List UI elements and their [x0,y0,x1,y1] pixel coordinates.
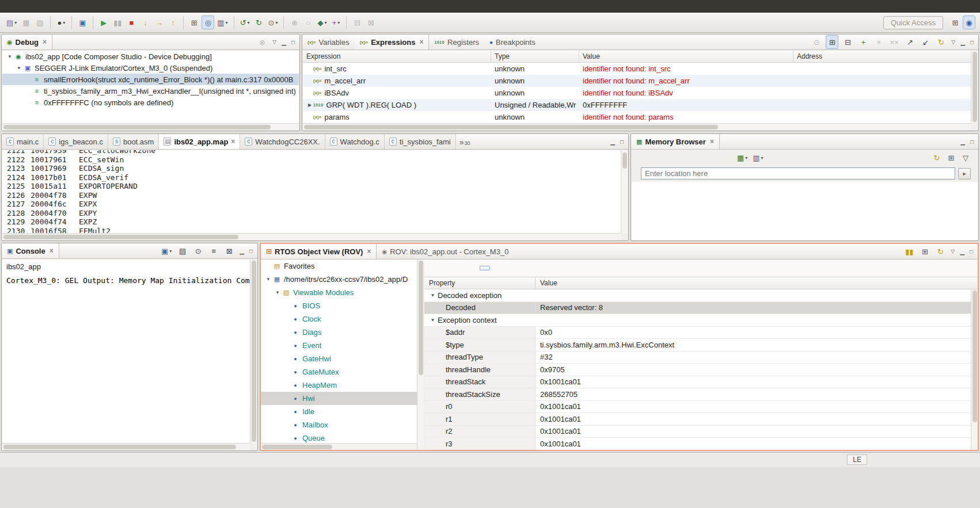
tree-item[interactable]: ▼◉ibs02_app [Code Composer Studio - Devi… [2,51,299,62]
maximize-icon[interactable]: □ [969,138,975,146]
scrollbar-thumb[interactable] [262,445,332,449]
step-return-icon[interactable]: ↑ [166,16,179,29]
editor-tab-overflow[interactable]: »30 [456,134,474,149]
minimize-icon[interactable]: ▁ [238,247,245,255]
editor-tab[interactable]: cWatchdogCC26XX. [240,134,325,149]
tree-item[interactable]: ●GateHwi [261,352,423,365]
scrollbar-thumb[interactable] [304,125,718,129]
memory-go-button[interactable]: ▸ [958,168,971,179]
view-tab[interactable]: ●Breakpoints [484,35,541,49]
open-perspective-icon[interactable]: ⊞ [949,16,962,29]
tree-item[interactable]: ▼▣SEGGER J-Link Emulator/Cortex_M3_0 (Su… [2,62,299,74]
expression-row[interactable]: (x)=m_accel_arrunknownidentifier not fou… [303,75,971,87]
scrollbar-thumb[interactable] [3,235,238,239]
save-icon[interactable]: ▦ [20,16,32,29]
memory-menu-icon[interactable]: ▽ [959,151,972,165]
column-value[interactable]: Value [535,277,978,289]
pin-view-icon[interactable]: ⊟ [351,16,363,29]
rov-mode-tab[interactable] [480,266,490,270]
maximize-icon[interactable]: □ [969,39,975,46]
column-value[interactable]: Value [579,51,793,62]
console-output-area[interactable]: ibs02_app Cortex_M3_0: GEL Output: Memor… [2,259,250,443]
pause-updates-icon[interactable]: ▮▮ [903,245,916,258]
tree-item[interactable]: ●Hwi [261,392,423,405]
rov-refresh-icon[interactable]: ↻ [934,245,947,258]
import-expressions-icon[interactable]: ↙ [919,35,932,49]
debug-hscrollbar[interactable] [2,123,299,130]
tree-item[interactable]: ●Clock [261,312,423,326]
rov-property-row[interactable]: r20x1001ca01 [424,426,971,438]
close-icon[interactable]: × [43,38,47,46]
rov-mode-tab[interactable] [447,266,457,270]
connect-target-icon[interactable]: ⊗ [288,16,301,29]
tree-item[interactable]: ●Idle [261,405,423,418]
expressions-hscrollbar[interactable] [303,123,971,130]
menu-item[interactable] [14,5,24,7]
column-address[interactable]: Address [793,51,971,62]
rov-tree-hscrollbar[interactable] [261,443,417,450]
remove-all-expressions-icon[interactable]: ×× [888,35,901,49]
editor-hscrollbar[interactable] [2,233,621,240]
add-expression-icon[interactable]: + [857,35,869,49]
refresh-memory-icon[interactable]: ↻ [930,151,943,165]
view-menu-icon[interactable]: ▽ [271,39,278,45]
rov-property-row[interactable]: $addr0x0 [424,327,971,339]
remove-all-terminated-icon[interactable]: ⊗ [256,35,268,49]
remove-expression-icon[interactable]: × [872,35,885,49]
suspend-icon[interactable]: ▮▮ [111,16,124,29]
expand-icon[interactable]: ▼ [264,277,272,282]
view-tab[interactable]: ◉ROV: ibs02_app.out - Cortex_M3_0 [377,244,514,259]
export-expressions-icon[interactable]: ↗ [903,35,916,49]
rov-property-row[interactable]: $typeti.sysbios.family.arm.m3.Hwi.ExcCon… [424,339,971,352]
show-type-names-icon[interactable]: ⊙ [810,35,823,49]
editor-tab[interactable]: cti_sysbios_fami [385,134,456,149]
scrollbar-thumb[interactable] [419,261,423,375]
watch-view-icon[interactable]: ▥▾ [215,16,229,29]
editor-tab[interactable]: cmain.c [2,134,44,149]
column-type[interactable]: Type [491,51,579,62]
view-menu-icon[interactable]: ▽ [950,39,956,45]
minimize-icon[interactable]: ▁ [609,138,616,146]
menu-item[interactable] [3,5,14,7]
new-file-icon[interactable]: ▤▾ [5,16,18,29]
maximize-icon[interactable]: □ [968,248,974,255]
console-view-icon[interactable]: ▣ [76,16,89,29]
minimize-icon[interactable]: ▁ [959,39,966,46]
view-menu-icon[interactable]: ▽ [949,248,956,255]
clear-console-icon[interactable]: ⊠ [223,244,235,258]
editor-content[interactable]: 212110017959ECC_allocWorkzone21221001796… [2,150,621,233]
rov-tree-vscrollbar[interactable] [417,259,424,450]
scrollbar-thumb[interactable] [3,445,236,449]
view-tab[interactable]: 1010Registers [429,35,484,49]
pin-console-icon[interactable]: ⊙ [192,244,204,258]
console-vscrollbar[interactable] [250,259,257,443]
collapse-all-icon[interactable]: ⊟ [841,35,854,49]
expression-row[interactable]: ▶1010GRP( WDT ).REG( LOAD )Unsigned / Re… [303,99,971,111]
refresh-expressions-icon[interactable]: ↻ [935,35,947,49]
scrollbar-thumb[interactable] [973,291,977,422]
flash-icon[interactable]: +▾ [329,16,342,29]
scroll-lock-icon[interactable]: ≡ [207,244,220,258]
expand-icon[interactable]: ▼ [15,66,23,71]
tree-item[interactable]: ≡0xFFFFFFFC (no symbols are defined) [2,97,299,108]
maximize-icon[interactable]: □ [619,138,625,146]
expression-row[interactable]: (x)=iBSAdvunknownidentifier not found: i… [303,87,971,99]
rov-property-row[interactable]: threadHandle0x9705 [424,364,971,376]
rov-mode-tab[interactable] [497,266,506,270]
debug-perspective-icon[interactable]: ◉ [963,16,975,29]
menu-item[interactable] [66,5,76,7]
menu-item[interactable] [45,5,55,7]
close-icon[interactable]: × [367,247,371,255]
maximize-icon[interactable]: □ [290,39,296,46]
rov-property-row[interactable]: threadStack0x1001ca01 [424,376,971,389]
editor-tab[interactable]: cigs_beacon.c [44,134,108,149]
rov-grid-icon[interactable]: ⊞ [918,245,931,258]
rov-property-row[interactable]: threadStackSize268552705 [424,388,971,401]
console-hscrollbar[interactable] [2,443,250,450]
expression-row[interactable]: (x)=paramsunknownidentifier not found: p… [303,111,971,123]
rov-property-row[interactable]: threadType#32 [424,352,971,364]
close-icon[interactable]: × [710,137,714,146]
rov-property-row[interactable]: ▼Exception context [424,314,971,327]
rov-mode-tab[interactable] [431,266,440,270]
show-logical-structure-icon[interactable]: ⊞ [826,35,838,49]
